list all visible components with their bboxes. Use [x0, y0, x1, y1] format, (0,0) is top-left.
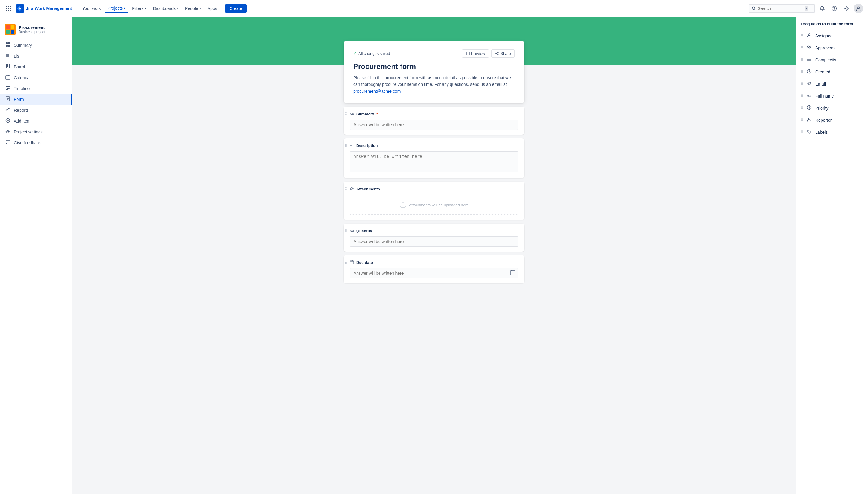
right-panel-field-created[interactable]: ⠿ Created — [796, 66, 868, 78]
drag-handle-description[interactable]: ⠿ — [345, 144, 348, 148]
reporter-label: Reporter — [815, 118, 832, 122]
search-input[interactable] — [758, 6, 803, 11]
right-panel-field-reporter[interactable]: ⠿ Reporter — [796, 114, 868, 126]
svg-rect-22 — [6, 76, 10, 79]
assignee-label: Assignee — [815, 34, 833, 38]
grid-menu-button[interactable] — [5, 5, 12, 12]
section-header-attachments: Attachments — [350, 187, 518, 192]
svg-rect-8 — [6, 25, 10, 29]
field-drag-full-name: ⠿ — [801, 94, 803, 98]
sidebar-item-list[interactable]: List — [0, 51, 72, 61]
email-link[interactable]: procurement@acme.com — [353, 89, 401, 94]
summary-input[interactable] — [350, 119, 518, 130]
svg-point-66 — [808, 131, 809, 131]
project-info: Procurement Business project — [19, 25, 45, 34]
calendar-icon — [5, 75, 11, 81]
sidebar-item-timeline[interactable]: Timeline — [0, 83, 72, 94]
approvers-field-icon — [806, 45, 812, 51]
svg-rect-12 — [6, 42, 7, 44]
settings-button[interactable] — [842, 4, 851, 13]
quantity-field-icon: Aa — [350, 228, 354, 233]
right-panel-field-assignee[interactable]: ⠿ Assignee — [796, 30, 868, 42]
right-panel-field-full-name[interactable]: ⠿ Aa Full name — [796, 90, 868, 102]
right-panel-field-complexity[interactable]: ⠿ Complexity — [796, 54, 868, 66]
sidebar-item-give-feedback-label: Give feedback — [14, 140, 41, 145]
nav-item-filters[interactable]: Filters▾ — [129, 4, 149, 13]
svg-rect-13 — [8, 42, 10, 44]
right-panel-field-labels[interactable]: ⠿ Labels — [796, 126, 868, 138]
sidebar-item-add-item[interactable]: Add item — [0, 116, 72, 127]
nav-item-your-work[interactable]: Your work — [79, 4, 104, 13]
right-panel-field-priority[interactable]: ⠿ Priority — [796, 102, 868, 114]
sidebar-item-add-item-label: Add item — [14, 119, 31, 124]
nav-item-dashboards[interactable]: Dashboards▾ — [150, 4, 181, 13]
sidebar-item-form-label: Form — [14, 97, 24, 102]
preview-button[interactable]: Preview — [462, 50, 489, 58]
nav-item-apps[interactable]: Apps▾ — [205, 4, 223, 13]
dashboards-chevron-icon: ▾ — [177, 7, 179, 10]
search-bar[interactable]: / — [749, 4, 815, 13]
svg-text:Aa: Aa — [807, 94, 811, 97]
svg-rect-15 — [8, 45, 10, 47]
help-button[interactable] — [829, 4, 839, 13]
email-label: Email — [815, 82, 826, 87]
section-label-description: Description — [356, 144, 378, 148]
drag-handle-due-date[interactable]: ⠿ — [345, 261, 348, 265]
drag-handle-quantity[interactable]: ⠿ — [345, 229, 348, 233]
sidebar-item-calendar[interactable]: Calendar — [0, 72, 72, 83]
svg-rect-28 — [6, 89, 8, 90]
calendar-icon[interactable] — [510, 270, 515, 277]
form-actions: Preview Share — [462, 50, 515, 58]
apps-chevron-icon: ▾ — [218, 7, 220, 10]
section-header-summary: AaSummary* — [350, 111, 518, 117]
form-sections: ⠿AaSummary*⠿Description⠿Attachments Atta… — [344, 107, 524, 283]
upload-text: Attachments will be uploaded here — [409, 203, 469, 207]
form-description: Please fill in this procurement form wit… — [353, 74, 515, 95]
right-panel-field-approvers[interactable]: ⠿ Approvers — [796, 42, 868, 54]
filters-chevron-icon: ▾ — [145, 7, 146, 10]
summary-field-icon: Aa — [350, 111, 354, 117]
nav-item-projects[interactable]: Projects▾ — [105, 4, 129, 13]
sidebar-nav: SummaryListBoardCalendarTimelineFormRepo… — [0, 40, 72, 148]
form-section-quantity: ⠿AaQuantity — [344, 224, 524, 251]
field-drag-labels: ⠿ — [801, 130, 803, 134]
sidebar-item-project-settings[interactable]: Project settings — [0, 127, 72, 137]
svg-point-56 — [810, 46, 811, 48]
sidebar-item-board[interactable]: Board — [0, 61, 72, 72]
timeline-icon — [5, 86, 11, 92]
svg-rect-21 — [9, 64, 10, 68]
nav-item-people[interactable]: People▾ — [182, 4, 204, 13]
due-date-date-input[interactable] — [350, 268, 518, 278]
drag-handle-attachments[interactable]: ⠿ — [345, 187, 348, 191]
sidebar-item-give-feedback[interactable]: Give feedback — [0, 137, 72, 148]
attachments-upload-area[interactable]: Attachments will be uploaded here — [350, 195, 518, 215]
created-field-icon — [806, 69, 812, 75]
svg-rect-9 — [11, 25, 15, 29]
saved-text: All changes saved — [358, 51, 390, 56]
svg-point-55 — [808, 46, 809, 48]
due-date-date-wrapper — [350, 268, 518, 278]
form-section-due-date: ⠿Due date — [344, 255, 524, 283]
description-textarea[interactable] — [350, 151, 518, 172]
share-button[interactable]: Share — [491, 50, 515, 58]
people-chevron-icon: ▾ — [200, 7, 201, 10]
svg-point-40 — [496, 53, 496, 54]
notifications-button[interactable] — [817, 4, 827, 13]
full-name-label: Full name — [815, 94, 834, 98]
create-button[interactable]: Create — [225, 4, 246, 13]
user-avatar[interactable] — [853, 4, 863, 13]
sidebar-item-reports[interactable]: Reports — [0, 105, 72, 116]
share-icon — [495, 52, 499, 55]
jira-logo[interactable]: Jira Work Management — [16, 4, 72, 13]
svg-rect-26 — [6, 87, 10, 87]
sidebar-item-form[interactable]: Form — [0, 94, 72, 105]
upload-icon — [399, 201, 407, 208]
search-shortcut: / — [805, 6, 808, 11]
sidebar-item-summary[interactable]: Summary — [0, 40, 72, 51]
right-panel-field-email[interactable]: ⠿ Email — [796, 78, 868, 90]
drag-handle-summary[interactable]: ⠿ — [345, 112, 348, 116]
right-panel: Drag fields to build the form ⠿ Assignee… — [796, 17, 868, 494]
field-drag-approvers: ⠿ — [801, 46, 803, 50]
full-name-field-icon: Aa — [806, 93, 812, 99]
quantity-input[interactable] — [350, 236, 518, 247]
